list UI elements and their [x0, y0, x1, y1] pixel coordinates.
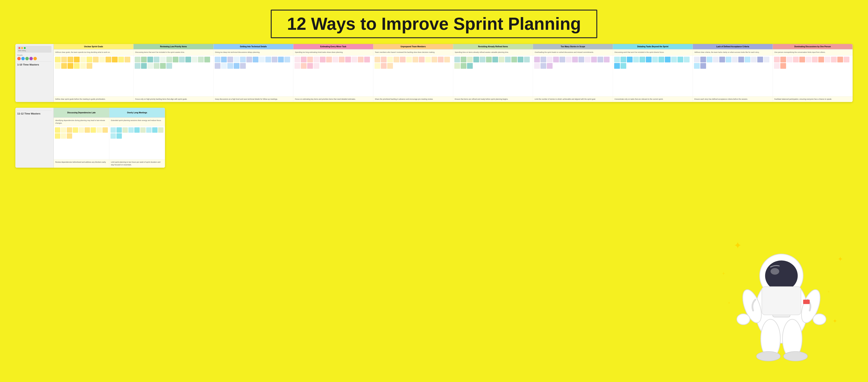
fix-cell-6: Limit the number of stories to what's ac… [533, 96, 613, 102]
issue-cell-6: Overloading the sprint leads to rushed d… [533, 50, 613, 55]
fix-cell-1: Focus only on high-priority backlog item… [133, 96, 213, 102]
fix-cell-9: Facilitate balanced participation, ensur… [773, 96, 852, 102]
sparkle-5: + [728, 301, 730, 305]
app-mini-title: Bolt Voting [19, 50, 50, 52]
columns-area: Unclear Sprint Goals Reviewing Low-Prior… [54, 44, 852, 102]
examples-cell-2 [214, 56, 293, 96]
col-header-5: Revisiting Already Refined Items [453, 44, 533, 49]
sparkle-2: ✦ [837, 255, 843, 263]
close-dot [19, 47, 20, 49]
col-header-2: Getting Into Technical Details [214, 44, 293, 49]
examples-cell-8 [693, 56, 773, 96]
examples-row [54, 56, 852, 96]
board-sidebar: Bolt Voting People 1-10 Time Wasters [16, 44, 54, 102]
fix-cell-7: Concentrate only on tasks that are relev… [613, 96, 693, 102]
people-section: People [17, 54, 52, 60]
svg-point-11 [737, 314, 750, 325]
svg-rect-19 [762, 287, 801, 315]
col2-fix-1: Limit sprint planning to two hours per w… [110, 159, 165, 168]
fix-cell-2: Keep discussions at a high level and sav… [214, 96, 293, 102]
col2-issue-0: Identifying dependencies during planning… [54, 118, 110, 126]
issue-cell-1: Discussing items that won't be included … [133, 50, 213, 55]
sparkle-6: + [828, 290, 830, 294]
col-header-0: Unclear Sprint Goals [54, 44, 133, 49]
board2-time-waster-label: 11-12 Time Wasters [17, 111, 52, 117]
examples-cell-9 [773, 56, 852, 96]
fix-row: Define clear sprint goals before the mee… [54, 96, 852, 102]
issue-cell-8: Without clear criteria, the team lacks c… [693, 50, 773, 55]
examples-cell-0 [54, 56, 133, 96]
board2-sidebar: 11-12 Time Wasters [16, 108, 54, 168]
examples-cell-5 [453, 56, 533, 96]
examples-cell-4 [373, 56, 453, 96]
col-header-8: Lack of Defined Acceptance Criteria [693, 44, 773, 49]
svg-rect-20 [803, 300, 810, 304]
board-1: Bolt Voting People 1-10 Time Wasters U [16, 44, 852, 102]
issue-cell-4: Team members who haven't reviewed the ba… [373, 50, 453, 55]
astronaut-illustration [718, 232, 849, 363]
fix-cell-3: Focus on estimating key items and priori… [293, 96, 373, 102]
examples-cell-6 [533, 56, 613, 96]
fix-cell-8: Ensure each story has defined acceptance… [693, 96, 773, 102]
col-header-6: Too Many Stories in Scope [533, 44, 613, 49]
board-2: 11-12 Time Wasters Discussing Dependenci… [16, 108, 165, 168]
issue-cell-3: Spending too long estimating trivial tas… [293, 50, 373, 55]
fix-cell-0: Define clear sprint goals before the mee… [54, 96, 133, 102]
examples-cell-3 [293, 56, 373, 96]
issue-cell-9: One person monopolizing the conversation… [773, 50, 852, 55]
board2-columns: Discussing Dependencies Late Overly Long… [54, 108, 165, 168]
astronaut-container: ✦ ✦ + ✦ + + [718, 232, 849, 363]
issue-cell-7: Discussing work that won't be included i… [613, 50, 693, 55]
col2-examples-0 [54, 126, 110, 159]
issue-cell-2: Diving too deep into technical discussio… [214, 50, 293, 55]
col-headers-row: Unclear Sprint Goals Reviewing Low-Prior… [54, 44, 852, 50]
minimize-dot [21, 47, 23, 49]
page-title-section: 12 Ways to Improve Sprint Planning [0, 0, 868, 44]
page-title: 12 Ways to Improve Sprint Planning [271, 9, 597, 38]
col2-issue-1: Extended sprint planning sessions drain … [110, 118, 165, 126]
fix-cell-5: Ensure that items are refined and ready … [453, 96, 533, 102]
sparkle-4: ✦ [833, 318, 837, 324]
col-header-4: Unprepared Team Members [373, 44, 453, 49]
col2-header-0: Discussing Dependencies Late [54, 108, 110, 117]
svg-point-15 [756, 351, 780, 361]
examples-cell-7 [613, 56, 693, 96]
svg-point-2 [765, 260, 798, 291]
examples-cell-1 [133, 56, 213, 96]
sparkle-1: ✦ [734, 240, 742, 251]
svg-point-13 [813, 314, 826, 325]
col2-header-1: Overly Long Meetings [110, 108, 165, 117]
board-time-waster-label: 1-10 Time Wasters [17, 61, 52, 68]
issue-cell-5: Spending time on items already refined w… [453, 50, 533, 55]
col-header-9: Dominating Discussions by One Person [773, 44, 852, 49]
issue-row: Without clear goals, the team spends too… [54, 50, 852, 56]
maximize-dot [24, 47, 26, 49]
fix-cell-4: Share the prioritized backlog in advance… [373, 96, 453, 102]
svg-point-3 [771, 268, 779, 275]
col2-fix-0: Review dependencies beforehand and addre… [54, 159, 110, 168]
sparkle-3: + [722, 271, 725, 276]
col-header-7: Debating Tasks Beyond the Sprint [613, 44, 693, 49]
col-header-3: Estimating Every Minor Task [293, 44, 373, 49]
svg-point-17 [783, 351, 808, 361]
col-header-1: Reviewing Low-Priority Items [133, 44, 213, 49]
col2-examples-1 [110, 126, 165, 159]
issue-cell-0: Without clear goals, the team spends too… [54, 50, 133, 55]
